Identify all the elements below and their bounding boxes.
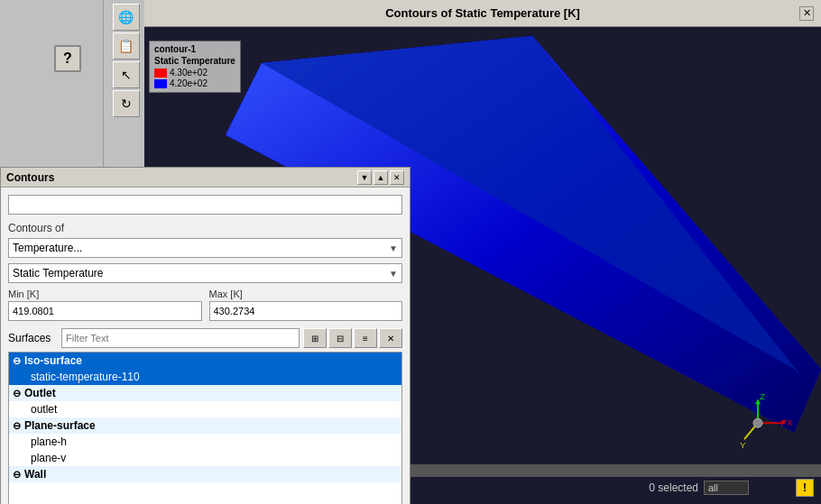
max-group: Max [K] (209, 289, 403, 321)
warning-icon: ! (796, 479, 814, 497)
surface-btn-add[interactable]: ⊞ (303, 328, 327, 348)
minmax-row: Min [K] Max [K] (8, 289, 402, 321)
wall-label: Wall (24, 468, 46, 481)
list-item-static-temperature-110[interactable]: static-temperature-110 (9, 369, 401, 385)
list-item-outlet[interactable]: outlet (9, 401, 401, 417)
list-group-plane-surface: ⊖ Plane-surface plane-h plane-v (9, 417, 401, 466)
min-label: Min [K] (8, 289, 202, 299)
list-group-wall: ⊖ Wall (9, 466, 401, 482)
svg-text:X: X (787, 417, 793, 427)
contours-of-label: Contours of (8, 222, 402, 234)
panel-controls: ▼ ▲ ✕ (357, 170, 404, 185)
surfaces-row: Surfaces ⊞ ⊟ ≡ ✕ (8, 328, 402, 348)
list-group-header-plane-surface[interactable]: ⊖ Plane-surface (9, 417, 401, 434)
panel-restore-btn[interactable]: ▲ (374, 170, 388, 185)
toolbar-icon-refresh[interactable]: ↻ (113, 90, 140, 117)
panel-minimize-btn[interactable]: ▼ (357, 170, 372, 185)
window-close-button[interactable]: ✕ (799, 6, 814, 21)
toolbar-icons-panel: 🌐 📋 ↖ ↻ (104, 0, 149, 180)
contours-panel: Contours ▼ ▲ ✕ Contours of Temperature..… (0, 167, 410, 504)
help-button[interactable]: ? (54, 45, 81, 72)
list-item-plane-h[interactable]: plane-h (9, 434, 401, 450)
legend-max-value: 4.30e+02 (170, 68, 208, 78)
list-group-iso-surface: ⊖ Iso-surface static-temperature-110 (9, 353, 401, 385)
legend-overlay: contour-1 Static Temperature 4.30e+02 4.… (149, 41, 241, 93)
plane-surface-label: Plane-surface (24, 419, 96, 432)
max-input[interactable] (209, 301, 403, 321)
iso-surface-label: Iso-surface (24, 354, 82, 367)
min-group: Min [K] (8, 289, 202, 321)
list-group-header-outlet[interactable]: ⊖ Outlet (9, 385, 401, 401)
panel-close-btn[interactable]: ✕ (390, 170, 404, 185)
plane-surface-toggle: ⊖ (13, 420, 21, 432)
static-temp-dropdown-arrow: ▼ (389, 269, 398, 279)
selected-info: 0 selected (649, 481, 749, 495)
toolbar-icon-clipboard[interactable]: 📋 (113, 32, 140, 60)
title-bar: Contours of Static Temperature [K] ✕ (144, 0, 821, 27)
panel-body: Contours of Temperature... ▼ Static Temp… (1, 188, 410, 504)
legend-min-bar: 4.20e+02 (154, 78, 235, 88)
panel-header: Contours ▼ ▲ ✕ (1, 168, 410, 188)
toolbar-icon-globe[interactable]: 🌐 (113, 4, 140, 31)
static-temp-dropdown[interactable]: Static Temperature ▼ (8, 263, 402, 283)
outlet-label: Outlet (24, 387, 56, 399)
filter-text-input[interactable] (61, 328, 300, 348)
static-temp-dropdown-text: Static Temperature (13, 267, 104, 279)
toolbar-icon-cursor[interactable]: ↖ (113, 61, 140, 88)
max-label: Max [K] (209, 289, 403, 299)
legend-color-min (154, 79, 167, 88)
selected-count: 0 selected (649, 481, 698, 494)
list-item-plane-v[interactable]: plane-v (9, 450, 401, 466)
legend-subtitle: Static Temperature (154, 56, 235, 66)
surface-btn-list[interactable]: ≡ (354, 328, 377, 348)
surface-btn-clear[interactable]: ✕ (379, 328, 402, 348)
temperature-dropdown-arrow: ▼ (389, 243, 398, 253)
list-group-header-iso-surface[interactable]: ⊖ Iso-surface (9, 353, 401, 369)
wall-toggle: ⊖ (13, 469, 21, 481)
outlet-toggle: ⊖ (13, 388, 21, 399)
svg-point-10 (753, 418, 762, 427)
temperature-dropdown[interactable]: Temperature... ▼ (8, 238, 402, 258)
iso-surface-toggle: ⊖ (13, 355, 21, 367)
panel-search-input[interactable] (8, 195, 402, 215)
svg-text:Z: Z (760, 391, 765, 401)
surface-buttons: ⊞ ⊟ ≡ ✕ (303, 328, 402, 348)
surfaces-label: Surfaces (8, 332, 58, 344)
selected-value-input[interactable] (704, 481, 749, 495)
list-group-outlet: ⊖ Outlet outlet (9, 385, 401, 417)
svg-text:Y: Y (740, 440, 746, 450)
window-title: Contours of Static Temperature [K] (385, 6, 580, 20)
legend-max-bar: 4.30e+02 (154, 68, 235, 78)
temperature-dropdown-text: Temperature... (13, 242, 82, 254)
list-group-header-wall[interactable]: ⊖ Wall (9, 466, 401, 482)
legend-min-value: 4.20e+02 (170, 78, 208, 88)
panel-title: Contours (6, 171, 54, 184)
surface-btn-remove[interactable]: ⊟ (328, 328, 352, 348)
legend-color-max (154, 69, 167, 78)
surface-list[interactable]: ⊖ Iso-surface static-temperature-110 ⊖ O… (8, 352, 402, 504)
legend-title: contour-1 (154, 44, 235, 54)
min-input[interactable] (8, 301, 202, 321)
